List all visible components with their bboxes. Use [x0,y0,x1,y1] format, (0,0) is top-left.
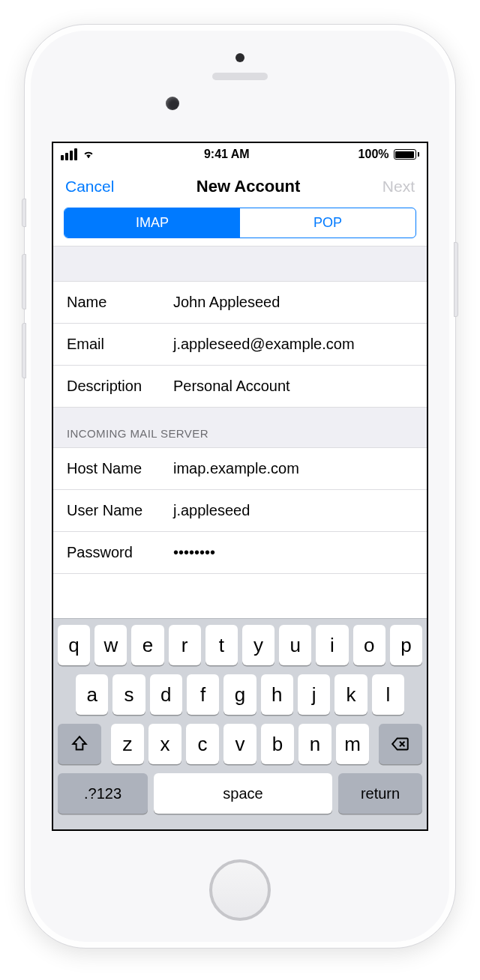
key-l[interactable]: l [372,674,404,715]
email-label: Email [67,336,173,353]
backspace-key[interactable] [379,724,422,764]
key-f[interactable]: f [187,674,219,715]
return-key[interactable]: return [338,773,422,814]
signal-icon [61,148,77,160]
iphone-frame: 9:41 AM 100% Cancel New Account Next IMA… [24,24,456,949]
front-camera [166,97,179,110]
battery-pct: 100% [358,148,389,161]
screen: 9:41 AM 100% Cancel New Account Next IMA… [52,142,428,831]
key-u[interactable]: u [279,625,311,665]
key-b[interactable]: b [261,724,294,764]
row-password[interactable]: Password •••••••• [53,532,427,574]
row-name[interactable]: Name John Appleseed [53,282,427,324]
protocol-segmented: IMAP POP [64,208,416,238]
space-key[interactable]: space [154,773,332,814]
row-host-name[interactable]: Host Name imap.example.com [53,448,427,490]
wifi-icon [82,148,95,161]
key-n[interactable]: n [298,724,332,764]
page-title: New Account [196,177,301,196]
host-name-label: Host Name [67,460,173,477]
description-label: Description [67,378,173,395]
power-button [454,242,458,317]
key-k[interactable]: k [334,674,367,715]
key-q[interactable]: q [58,625,90,665]
key-e[interactable]: e [131,625,164,665]
password-field[interactable]: •••••••• [173,544,215,561]
status-bar: 9:41 AM 100% [53,143,427,166]
key-v[interactable]: v [224,724,256,764]
user-name-label: User Name [67,502,173,519]
name-label: Name [67,294,173,311]
sensor-dot [236,53,244,62]
nav-bar: Cancel New Account Next [53,166,427,208]
segment-imap[interactable]: IMAP [64,208,240,238]
keyboard-row-1: qwertyuiop [58,625,422,665]
row-user-name[interactable]: User Name j.appleseed [53,490,427,532]
cancel-button[interactable]: Cancel [65,178,114,196]
keyboard-row-3: zxcvbnm [58,724,422,764]
keyboard: qwertyuiop asdfghjkl zxcvbnm .?123 space… [53,618,427,829]
section-gap [53,246,427,282]
key-z[interactable]: z [111,724,144,764]
key-y[interactable]: y [242,625,274,665]
key-i[interactable]: i [316,625,348,665]
name-field[interactable]: John Appleseed [173,294,280,311]
segment-pop[interactable]: POP [240,208,416,238]
key-d[interactable]: d [150,674,182,715]
shift-key[interactable] [58,724,101,764]
user-name-field[interactable]: j.appleseed [173,502,250,519]
mute-switch [22,199,26,227]
keyboard-row-2: asdfghjkl [58,674,422,715]
key-g[interactable]: g [224,674,256,715]
keyboard-row-4: .?123 space return [58,773,422,814]
battery-icon [394,149,420,160]
host-name-field[interactable]: imap.example.com [173,460,299,477]
key-t[interactable]: t [206,625,238,665]
key-w[interactable]: w [94,625,127,665]
row-description[interactable]: Description Personal Account [53,366,427,408]
row-email[interactable]: Email j.appleseed@example.com [53,324,427,366]
key-s[interactable]: s [112,674,145,715]
key-r[interactable]: r [169,625,201,665]
home-button[interactable] [209,859,271,921]
key-o[interactable]: o [353,625,386,665]
key-h[interactable]: h [261,674,293,715]
next-button[interactable]: Next [382,178,415,196]
password-label: Password [67,544,173,561]
key-a[interactable]: a [76,674,108,715]
status-time: 9:41 AM [204,148,250,161]
key-m[interactable]: m [336,724,369,764]
volume-up [22,254,26,309]
description-field[interactable]: Personal Account [173,378,290,395]
mode-key[interactable]: .?123 [58,773,148,814]
key-p[interactable]: p [390,625,422,665]
email-field[interactable]: j.appleseed@example.com [173,336,355,353]
key-j[interactable]: j [298,674,330,715]
key-x[interactable]: x [148,724,182,764]
earpiece [212,73,268,80]
volume-down [22,323,26,378]
incoming-server-header: INCOMING MAIL SERVER [53,408,427,448]
key-c[interactable]: c [186,724,219,764]
